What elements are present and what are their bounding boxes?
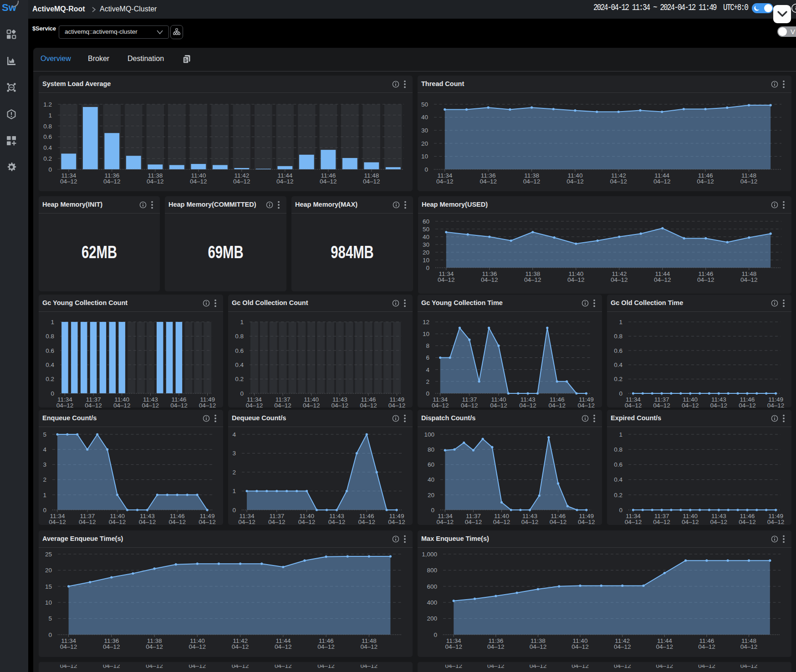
- svg-text:04–12: 04–12: [697, 178, 714, 185]
- svg-text:04–12: 04–12: [437, 519, 454, 525]
- svg-text:04–12: 04–12: [436, 178, 454, 185]
- svg-text:50: 50: [423, 226, 429, 233]
- svg-text:04–12: 04–12: [481, 276, 498, 283]
- svg-text:04–12: 04–12: [610, 178, 628, 185]
- svg-text:20: 20: [45, 567, 52, 574]
- svg-text:04–12: 04–12: [740, 643, 758, 650]
- svg-text:04–12: 04–12: [103, 643, 120, 650]
- svg-text:04–12: 04–12: [523, 178, 541, 185]
- svg-text:04–12: 04–12: [432, 402, 449, 407]
- svg-text:04–12: 04–12: [232, 643, 249, 650]
- svg-text:0.2: 0.2: [46, 376, 54, 382]
- svg-text:04–12: 04–12: [493, 519, 510, 525]
- svg-text:04–12: 04–12: [739, 519, 756, 525]
- svg-text:04–12: 04–12: [653, 402, 670, 407]
- svg-text:4: 4: [232, 431, 236, 438]
- svg-text:04–12: 04–12: [146, 643, 163, 650]
- svg-text:04–12: 04–12: [740, 178, 758, 185]
- svg-text:50: 50: [421, 101, 428, 108]
- svg-text:04–12: 04–12: [328, 519, 346, 525]
- svg-text:04–12: 04–12: [653, 178, 671, 185]
- svg-text:04–12: 04–12: [361, 643, 378, 650]
- svg-text:10: 10: [423, 257, 429, 264]
- svg-text:4: 4: [43, 446, 46, 453]
- svg-text:04–12: 04–12: [698, 643, 715, 650]
- svg-text:3: 3: [232, 450, 236, 457]
- svg-text:0.6: 0.6: [614, 347, 623, 354]
- svg-text:04–12: 04–12: [654, 276, 671, 283]
- svg-text:2: 2: [43, 476, 46, 483]
- svg-text:04–12: 04–12: [697, 276, 714, 283]
- svg-text:20: 20: [423, 249, 429, 256]
- svg-text:1: 1: [51, 319, 54, 326]
- svg-text:0: 0: [240, 390, 244, 397]
- svg-text:04–12: 04–12: [139, 519, 156, 525]
- svg-text:04–12: 04–12: [566, 178, 584, 185]
- svg-text:1: 1: [48, 112, 52, 119]
- svg-text:2: 2: [426, 378, 429, 385]
- svg-text:04–12: 04–12: [60, 643, 77, 650]
- svg-text:04–12: 04–12: [49, 519, 66, 525]
- svg-text:0.4: 0.4: [43, 144, 52, 151]
- svg-text:5: 5: [43, 431, 46, 438]
- svg-text:04–12: 04–12: [360, 402, 377, 407]
- svg-text:4: 4: [426, 367, 429, 373]
- svg-text:0: 0: [43, 507, 46, 514]
- svg-text:0.4: 0.4: [614, 361, 623, 368]
- svg-text:0: 0: [426, 390, 429, 397]
- svg-text:0.2: 0.2: [43, 155, 52, 162]
- svg-text:0: 0: [424, 166, 428, 173]
- svg-text:100: 100: [424, 431, 434, 438]
- svg-text:04–12: 04–12: [268, 519, 286, 525]
- svg-text:80: 80: [428, 446, 434, 453]
- svg-text:0: 0: [431, 507, 434, 514]
- svg-text:04–12: 04–12: [682, 402, 699, 407]
- svg-text:04–12: 04–12: [445, 643, 462, 650]
- svg-text:60: 60: [428, 461, 434, 468]
- svg-text:04–12: 04–12: [567, 276, 585, 283]
- svg-text:1: 1: [619, 431, 623, 438]
- svg-text:04–12: 04–12: [170, 402, 188, 407]
- svg-text:40: 40: [428, 476, 434, 483]
- svg-text:04–12: 04–12: [298, 519, 316, 525]
- svg-text:0: 0: [48, 631, 52, 638]
- svg-text:04–12: 04–12: [487, 643, 505, 650]
- svg-text:04–12: 04–12: [548, 402, 566, 407]
- svg-text:0: 0: [51, 390, 54, 397]
- svg-text:30: 30: [421, 127, 428, 134]
- svg-text:0.4: 0.4: [46, 361, 54, 368]
- svg-text:40: 40: [421, 114, 428, 121]
- svg-text:0.2: 0.2: [235, 376, 244, 382]
- svg-text:0: 0: [434, 631, 437, 638]
- svg-text:04–12: 04–12: [767, 519, 785, 525]
- svg-text:0.6: 0.6: [235, 347, 244, 354]
- svg-text:1: 1: [43, 492, 46, 499]
- svg-text:04–12: 04–12: [611, 276, 628, 283]
- svg-text:04–12: 04–12: [682, 519, 699, 525]
- svg-text:0.8: 0.8: [614, 446, 623, 453]
- svg-text:0.2: 0.2: [614, 492, 623, 499]
- svg-text:04–12: 04–12: [739, 402, 756, 407]
- svg-text:04–12: 04–12: [530, 643, 547, 650]
- svg-text:200: 200: [427, 615, 437, 622]
- svg-text:10: 10: [423, 331, 429, 337]
- svg-text:2: 2: [232, 469, 236, 476]
- svg-text:04–12: 04–12: [190, 178, 207, 185]
- svg-text:0.8: 0.8: [235, 333, 244, 340]
- svg-text:04–12: 04–12: [363, 178, 380, 185]
- svg-text:04–12: 04–12: [625, 519, 642, 525]
- svg-text:0.8: 0.8: [46, 333, 54, 340]
- svg-text:04–12: 04–12: [438, 276, 455, 283]
- svg-text:04–12: 04–12: [60, 178, 77, 185]
- svg-text:1.2: 1.2: [43, 101, 52, 108]
- svg-text:04–12: 04–12: [103, 178, 121, 185]
- svg-text:40: 40: [423, 234, 429, 240]
- svg-text:0.6: 0.6: [43, 133, 52, 140]
- svg-text:04–12: 04–12: [480, 178, 497, 185]
- svg-text:400: 400: [427, 599, 437, 606]
- svg-text:04–12: 04–12: [274, 402, 291, 407]
- svg-text:0.2: 0.2: [614, 376, 623, 382]
- svg-text:04–12: 04–12: [490, 402, 507, 407]
- svg-text:04–12: 04–12: [465, 519, 482, 525]
- svg-text:04–12: 04–12: [109, 519, 126, 525]
